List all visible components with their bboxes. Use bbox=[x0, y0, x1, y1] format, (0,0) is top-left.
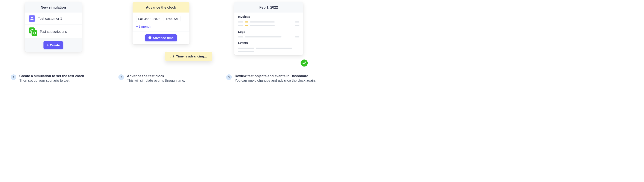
clock-icon bbox=[148, 36, 152, 39]
review-dashboard-card: Feb 1, 2022 Invoices Logs Events bbox=[234, 2, 303, 55]
step-number: 3 bbox=[226, 74, 232, 80]
customer-icon bbox=[29, 15, 35, 22]
spinner-icon bbox=[170, 54, 174, 58]
plus-month-link[interactable]: + 1 month bbox=[132, 23, 189, 32]
datetime-row: Sat, Jan 1, 2022 12:00 AM bbox=[132, 13, 189, 23]
card-footer: + Create bbox=[25, 39, 82, 52]
invoice-row bbox=[234, 24, 303, 27]
step-3-column: Feb 1, 2022 Invoices Logs Events 3 Revie… bbox=[221, 2, 317, 83]
success-check-icon bbox=[300, 59, 308, 67]
new-simulation-card: New simulation Test customer 1 Test subs… bbox=[25, 2, 82, 52]
card-header: Feb 1, 2022 bbox=[234, 2, 303, 13]
step-number: 1 bbox=[11, 74, 16, 80]
plus-icon: + bbox=[47, 43, 49, 47]
section-logs: Logs bbox=[234, 27, 303, 35]
section-invoices: Invoices bbox=[234, 13, 303, 20]
advance-button-label: Advance time bbox=[153, 36, 174, 40]
step-2-column: Advance the clock Sat, Jan 1, 2022 12:00… bbox=[113, 2, 209, 83]
popover-text: Time is advancing… bbox=[176, 55, 207, 58]
date-field[interactable]: Sat, Jan 1, 2022 bbox=[136, 16, 162, 22]
customer-row: Test customer 1 bbox=[25, 13, 82, 25]
create-button-label: Create bbox=[50, 43, 60, 47]
step-title: Create a simulation to set the test cloc… bbox=[19, 74, 101, 78]
card-footer: Advance time bbox=[132, 31, 189, 44]
step-1-column: New simulation Test customer 1 Test subs… bbox=[5, 2, 101, 83]
invoice-row bbox=[234, 20, 303, 24]
step-number: 2 bbox=[118, 74, 124, 80]
section-events: Events bbox=[234, 39, 303, 46]
event-row bbox=[234, 46, 303, 50]
advance-time-button[interactable]: Advance time bbox=[145, 34, 177, 41]
step-title: Review test objects and events in Dashbo… bbox=[235, 74, 317, 78]
advancing-popover: Time is advancing… bbox=[165, 51, 212, 61]
customer-label: Test customer 1 bbox=[38, 16, 62, 20]
time-field[interactable]: 12:00 AM bbox=[164, 16, 180, 22]
event-row bbox=[234, 50, 303, 55]
create-button[interactable]: + Create bbox=[44, 41, 63, 49]
step-subtitle: Then set up your scenario to test. bbox=[19, 79, 101, 83]
subscription-icon bbox=[29, 27, 37, 36]
subscriptions-row: Test subscriptions bbox=[25, 25, 82, 39]
advance-clock-card: Advance the clock Sat, Jan 1, 2022 12:00… bbox=[132, 2, 189, 44]
subscriptions-label: Test subscriptions bbox=[40, 29, 67, 34]
step-title: Advance the test clock bbox=[127, 74, 209, 78]
step-subtitle: You can make changes and advance the clo… bbox=[235, 79, 317, 83]
step-3-caption: 3 Review test objects and events in Dash… bbox=[221, 74, 317, 83]
step-1-caption: 1 Create a simulation to set the test cl… bbox=[5, 74, 101, 83]
log-row bbox=[234, 35, 303, 39]
step-subtitle: This will simulate events through time. bbox=[127, 79, 209, 83]
card-header: Advance the clock bbox=[132, 2, 189, 13]
step-2-caption: 2 Advance the test clock This will simul… bbox=[113, 74, 209, 83]
card-header: New simulation bbox=[25, 2, 82, 13]
